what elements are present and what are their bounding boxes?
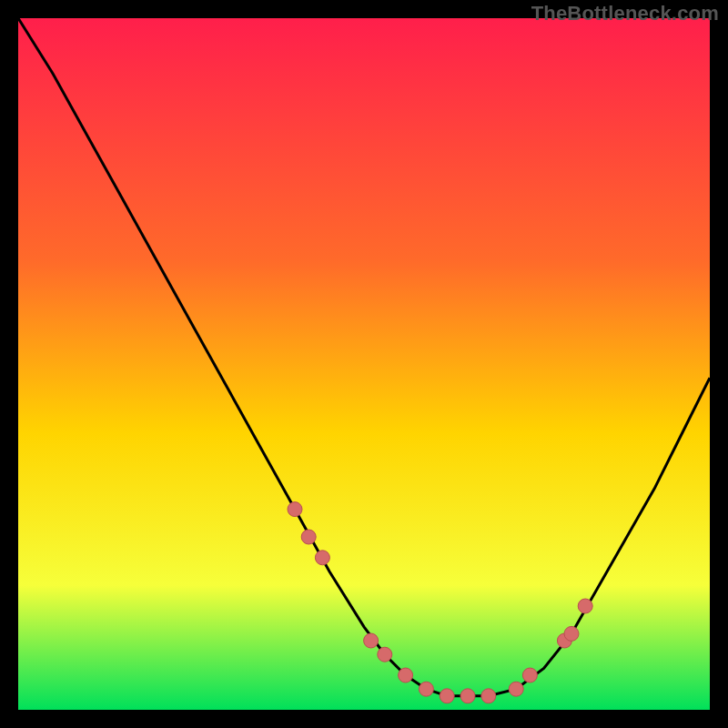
chart-frame bbox=[18, 18, 710, 710]
gradient-background bbox=[18, 18, 710, 710]
marker-point bbox=[378, 647, 392, 662]
marker-point bbox=[564, 626, 579, 641]
marker-point bbox=[509, 682, 523, 696]
marker-point bbox=[578, 599, 592, 613]
marker-point bbox=[440, 689, 454, 703]
marker-point bbox=[301, 530, 316, 544]
marker-point bbox=[288, 502, 302, 517]
marker-point bbox=[364, 633, 379, 648]
watermark-text: TheBottleneck.com bbox=[531, 2, 719, 25]
marker-point bbox=[399, 668, 413, 682]
marker-point bbox=[419, 682, 433, 696]
marker-point bbox=[460, 689, 475, 703]
marker-point bbox=[481, 689, 496, 703]
marker-point bbox=[522, 668, 537, 682]
marker-point bbox=[315, 551, 329, 565]
bottleneck-chart bbox=[18, 18, 710, 710]
